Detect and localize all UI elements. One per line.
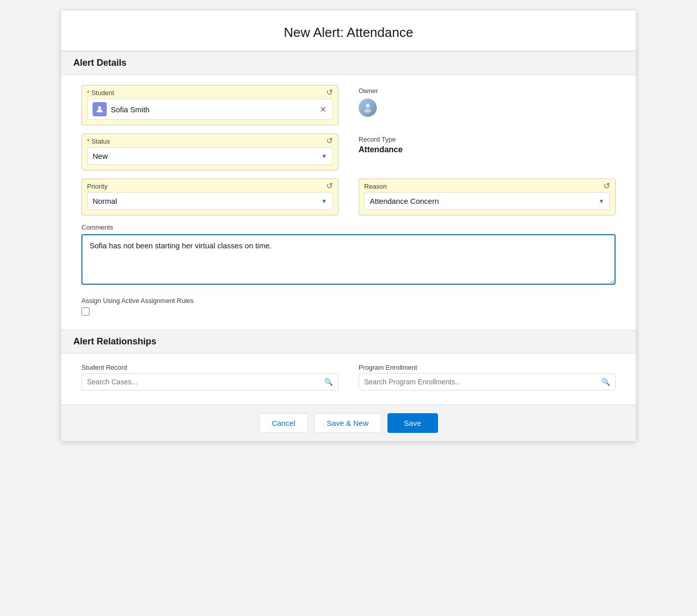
comments-section: Comments Sofia has not been starting her…	[81, 224, 616, 287]
student-record-label: Student Record	[81, 364, 338, 371]
svg-point-0	[98, 106, 101, 109]
alert-relationships-header: Alert Relationships	[61, 330, 636, 354]
modal-footer: Cancel Save & New Save	[61, 405, 636, 441]
student-field: * Student ↺ Sofia Smith	[81, 85, 338, 125]
record-type-value: Attendance	[359, 145, 616, 154]
student-record-field-group: Student Record 🔍	[81, 364, 338, 390]
comments-label: Comments	[81, 224, 616, 231]
priority-field-group: Priority ↺ Normal ▼	[81, 179, 338, 215]
save-button[interactable]: Save	[387, 413, 438, 433]
student-reset-button[interactable]: ↺	[326, 89, 333, 97]
priority-select[interactable]: Normal ▼	[87, 192, 333, 210]
record-type-field-group: Record Type Attendance	[359, 134, 616, 154]
status-value: New	[93, 152, 321, 160]
save-new-button[interactable]: Save & New	[314, 413, 381, 433]
program-enrollment-input[interactable]	[364, 378, 601, 386]
reason-field: Reason ↺ Attendance Concern ▼	[359, 179, 616, 215]
reason-value: Attendance Concern	[370, 197, 598, 205]
alert-details-section: Alert Details * Student ↺	[61, 51, 636, 330]
alert-relationships-section: Alert Relationships Student Record 🔍 Pro…	[61, 330, 636, 405]
status-field-group: * Status ↺ New ▼	[81, 134, 338, 170]
assign-rules-checkbox[interactable]	[81, 307, 90, 316]
reason-chevron-icon: ▼	[598, 198, 604, 205]
reason-reset-button[interactable]: ↺	[603, 182, 610, 190]
student-value: Sofia Smith	[111, 105, 319, 114]
alert-relationships-body: Student Record 🔍 Program Enrollment 🔍	[61, 354, 636, 405]
priority-reset-button[interactable]: ↺	[326, 182, 333, 190]
assign-rules-section: Assign Using Active Assignment Rules	[81, 297, 616, 316]
priority-value: Normal	[93, 197, 321, 205]
form-row-2: * Status ↺ New ▼ Record Type A	[81, 134, 616, 170]
modal-container: New Alert: Attendance Alert Details * St…	[61, 10, 636, 442]
comments-textarea[interactable]: Sofia has not been starting her virtual …	[81, 234, 616, 285]
status-label-row: * Status ↺	[87, 137, 333, 145]
student-record-search[interactable]: 🔍	[81, 373, 338, 390]
status-label: * Status	[87, 138, 110, 145]
record-type-label: Record Type	[359, 136, 616, 143]
student-label: * Student	[87, 89, 114, 97]
owner-field-group: Owner	[359, 85, 616, 117]
owner-label-row: Owner	[359, 87, 616, 97]
priority-label-row: Priority ↺	[87, 182, 333, 190]
program-enrollment-search[interactable]: 🔍	[359, 373, 616, 390]
form-row-3: Priority ↺ Normal ▼ Reason ↺	[81, 179, 616, 215]
reason-label-row: Reason ↺	[364, 182, 610, 190]
student-record-input[interactable]	[87, 378, 324, 386]
svg-point-1	[366, 104, 370, 108]
student-label-row: * Student ↺	[87, 89, 333, 97]
priority-field: Priority ↺ Normal ▼	[81, 179, 338, 215]
owner-label: Owner	[359, 87, 378, 95]
search-icon-student: 🔍	[324, 378, 333, 386]
priority-label: Priority	[87, 183, 107, 190]
reason-field-group: Reason ↺ Attendance Concern ▼	[359, 179, 616, 215]
record-type-field: Record Type Attendance	[359, 134, 616, 154]
status-field: * Status ↺ New ▼	[81, 134, 338, 170]
reason-select[interactable]: Attendance Concern ▼	[364, 192, 610, 210]
priority-chevron-icon: ▼	[321, 198, 327, 205]
alert-details-title: Alert Details	[73, 58, 624, 68]
student-input-row: Sofia Smith ✕	[87, 99, 333, 120]
cancel-button[interactable]: Cancel	[259, 413, 308, 433]
alert-details-body: * Student ↺ Sofia Smith	[61, 75, 636, 330]
status-chevron-icon: ▼	[321, 153, 327, 160]
alert-relationships-title: Alert Relationships	[73, 336, 624, 347]
program-enrollment-label: Program Enrollment	[359, 364, 616, 371]
owner-avatar-svg	[362, 102, 373, 113]
status-select[interactable]: New ▼	[87, 147, 333, 165]
reason-label: Reason	[364, 183, 387, 190]
modal-title: New Alert: Attendance	[81, 25, 616, 40]
search-icon-enrollment: 🔍	[601, 378, 610, 386]
program-enrollment-field-group: Program Enrollment 🔍	[359, 364, 616, 390]
owner-avatar	[359, 99, 377, 117]
status-reset-button[interactable]: ↺	[326, 137, 333, 145]
student-clear-button[interactable]: ✕	[319, 104, 327, 115]
owner-field: Owner	[359, 85, 616, 117]
student-avatar-icon	[93, 102, 107, 116]
modal-header: New Alert: Attendance	[61, 11, 636, 51]
svg-point-2	[364, 109, 371, 113]
assign-rules-label: Assign Using Active Assignment Rules	[81, 297, 616, 304]
student-field-group: * Student ↺ Sofia Smith	[81, 85, 338, 125]
person-icon	[96, 105, 104, 113]
relationships-grid: Student Record 🔍 Program Enrollment 🔍	[81, 364, 616, 390]
form-row-1: * Student ↺ Sofia Smith	[81, 85, 616, 125]
alert-details-header: Alert Details	[61, 51, 636, 75]
